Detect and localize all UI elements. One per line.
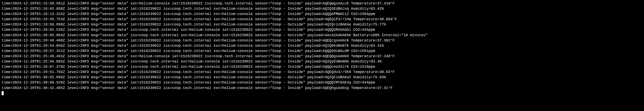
log-line: time=2024-12-29T01:30:42.405Z level=INFO… <box>2 85 642 90</box>
log-line: time=2024-12-29T01:25:56.885Z level=INFO… <box>2 59 642 64</box>
log-line: time=2024-12-29T01:26:07.378Z level=INFO… <box>2 64 642 69</box>
log-line: time=2024-12-29T01:16:02.858Z level=INFO… <box>2 6 642 11</box>
log-line: time=2024-12-29T01:30:08.529Z level=INFO… <box>2 80 642 85</box>
log-line: time=2024-12-29T01:25:48.493Z level=INFO… <box>2 54 642 59</box>
log-line: time=2024-12-29T01:19:45.753Z level=INFO… <box>2 16 642 22</box>
log-line: time=2024-12-29T01:30:02.099Z level=INFO… <box>2 74 642 80</box>
terminal-cursor <box>2 91 4 95</box>
log-line: time=2024-12-29T01:20:57.321Z level=INFO… <box>2 48 642 54</box>
log-line: time=2024-12-29T01:19:50.098Z level=INFO… <box>2 22 642 27</box>
log-line: time=2024-12-29T01:20:54.850Z level=INFO… <box>2 43 642 48</box>
log-line: time=2024-12-29T01:15:50.501Z level=INFO… <box>2 1 642 6</box>
log-line: time=2024-12-29T01:20:02.535Z level=INFO… <box>2 27 642 32</box>
log-line: time=2024-12-29T01:29:51.702Z level=INFO… <box>2 69 642 74</box>
log-output: time=2024-12-29T01:15:50.501Z level=INFO… <box>2 1 642 96</box>
cursor-line <box>2 90 642 96</box>
log-line: time=2024-12-29T01:16:13.315Z level=INFO… <box>2 11 642 16</box>
log-line: time=2024-12-29T01:20:46.400Z level=INFO… <box>2 38 642 43</box>
log-line: time=2024-12-29T01:20:05.004Z level=INFO… <box>2 32 642 38</box>
